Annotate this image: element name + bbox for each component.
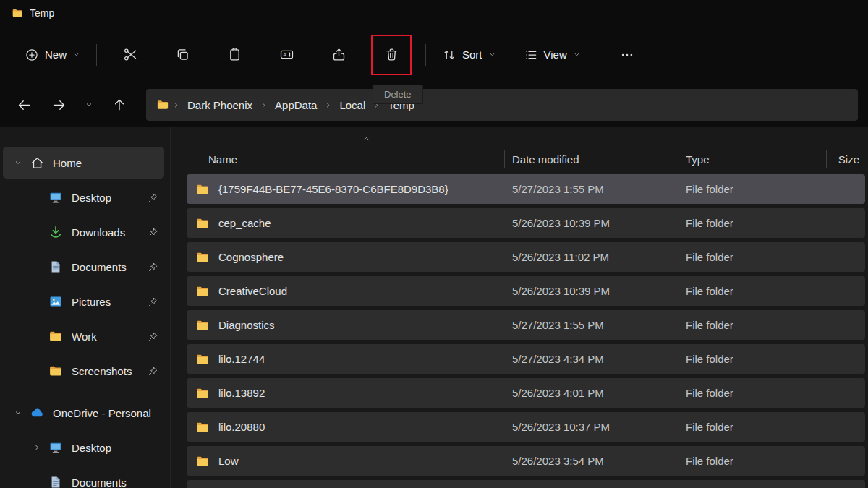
file-date-modified: 5/26/2023 3:54 PM bbox=[512, 455, 686, 467]
chevron-down-icon[interactable] bbox=[10, 158, 26, 167]
forward-button[interactable] bbox=[43, 90, 74, 120]
sidebar-item-onedrive-documents[interactable]: Documents bbox=[3, 466, 164, 488]
toolbar-separator bbox=[96, 44, 97, 66]
folder-icon bbox=[195, 454, 210, 468]
copy-button[interactable] bbox=[163, 35, 202, 74]
folder-icon bbox=[45, 329, 67, 343]
paste-button[interactable] bbox=[215, 35, 254, 74]
file-name: {1759F44B-BE77-45E6-8370-C6BFE8D9D3B8} bbox=[218, 183, 448, 195]
file-name: lilo.20880 bbox=[218, 421, 265, 433]
pin-icon bbox=[148, 262, 158, 273]
address-bar[interactable]: Dark PhoenixAppDataLocalTemp bbox=[146, 89, 858, 121]
file-list: Name Date modified Type Size {1759F44B-B… bbox=[171, 127, 868, 488]
column-header-date-modified[interactable]: Date modified bbox=[512, 153, 686, 166]
file-date-modified: 5/26/2023 4:01 PM bbox=[512, 387, 686, 399]
recent-locations-button[interactable] bbox=[78, 90, 100, 120]
share-icon bbox=[331, 47, 346, 62]
pin-icon bbox=[148, 227, 158, 238]
copy-icon bbox=[175, 47, 190, 62]
folder-icon bbox=[195, 318, 210, 333]
column-header-size[interactable]: Size bbox=[834, 153, 868, 166]
sidebar-item-onedrive-personal[interactable]: OneDrive - Personal bbox=[3, 397, 164, 429]
rename-button[interactable]: A bbox=[267, 35, 306, 74]
sidebar-item-screenshots[interactable]: Screenshots bbox=[3, 355, 164, 387]
file-date-modified: 5/26/2023 11:02 PM bbox=[512, 251, 686, 263]
delete-button[interactable] bbox=[373, 36, 410, 74]
file-date-modified: 5/26/2023 10:39 PM bbox=[512, 217, 686, 229]
delete-button-highlight bbox=[371, 35, 412, 75]
file-list-rows: {1759F44B-BE77-45E6-8370-C6BFE8D9D3B8}5/… bbox=[187, 174, 868, 488]
file-row-partial[interactable] bbox=[187, 480, 865, 488]
file-name: lilo.13892 bbox=[218, 387, 265, 399]
sidebar-item-documents[interactable]: Documents bbox=[3, 251, 164, 283]
home-icon bbox=[26, 155, 48, 171]
file-type: File folder bbox=[686, 251, 834, 263]
sidebar-item-label: Screenshots bbox=[72, 365, 148, 377]
sidebar-list: HomeDesktopDownloadsDocumentsPicturesWor… bbox=[0, 147, 170, 488]
file-type: File folder bbox=[686, 319, 834, 331]
file-row[interactable]: lilo.208805/26/2023 10:37 PMFile folder bbox=[187, 412, 865, 442]
chevron-down-icon bbox=[573, 51, 581, 59]
sidebar-item-downloads[interactable]: Downloads bbox=[3, 216, 164, 248]
sidebar: HomeDesktopDownloadsDocumentsPicturesWor… bbox=[0, 127, 171, 488]
file-name-cell: lilo.12744 bbox=[187, 352, 512, 367]
file-name-cell: lilo.13892 bbox=[187, 386, 512, 401]
file-row[interactable]: lilo.138925/26/2023 4:01 PMFile folder bbox=[187, 378, 865, 408]
trash-icon bbox=[384, 47, 399, 62]
more-options-button[interactable] bbox=[611, 35, 643, 74]
file-type: File folder bbox=[686, 217, 834, 229]
sidebar-item-label: Documents bbox=[72, 261, 148, 273]
sidebar-item-label: OneDrive - Personal bbox=[53, 407, 164, 419]
sidebar-item-pictures[interactable]: Pictures bbox=[3, 286, 164, 317]
new-button-label: New bbox=[45, 48, 67, 61]
breadcrumb-item[interactable]: Local bbox=[335, 95, 370, 116]
sidebar-item-label: Desktop bbox=[72, 192, 148, 204]
back-button[interactable] bbox=[9, 90, 39, 120]
arrow-left-icon bbox=[17, 98, 32, 113]
sidebar-item-label: Work bbox=[72, 330, 148, 343]
file-type: File folder bbox=[686, 421, 834, 433]
sort-button[interactable]: Sort bbox=[433, 40, 505, 70]
file-date-modified: 5/26/2023 10:37 PM bbox=[512, 421, 686, 433]
breadcrumb-separator-icon bbox=[324, 101, 332, 109]
breadcrumb-separator-icon bbox=[260, 101, 268, 109]
file-row[interactable]: {1759F44B-BE77-45E6-8370-C6BFE8D9D3B8}5/… bbox=[187, 174, 865, 204]
monitor-icon bbox=[45, 440, 67, 455]
file-name: Low bbox=[218, 455, 239, 467]
rename-icon: A bbox=[279, 47, 294, 62]
file-row[interactable]: cep_cache5/26/2023 10:39 PMFile folder bbox=[187, 208, 865, 238]
up-button[interactable] bbox=[104, 90, 135, 120]
column-header-name[interactable]: Name bbox=[187, 153, 512, 166]
file-row[interactable]: lilo.127445/27/2023 4:34 PMFile folder bbox=[187, 344, 865, 374]
file-row[interactable]: Low5/26/2023 3:54 PMFile folder bbox=[187, 446, 865, 476]
new-button[interactable]: New bbox=[16, 40, 89, 70]
window-title: Temp bbox=[30, 7, 54, 19]
sidebar-item-label: Downloads bbox=[72, 226, 148, 239]
sidebar-item-work[interactable]: Work bbox=[3, 320, 164, 352]
file-row[interactable]: Cognosphere5/26/2023 11:02 PMFile folder bbox=[187, 242, 865, 272]
sort-icon bbox=[442, 48, 456, 62]
view-button[interactable]: View bbox=[515, 40, 590, 70]
share-button[interactable] bbox=[319, 35, 358, 74]
sidebar-item-desktop[interactable]: Desktop bbox=[3, 181, 164, 213]
sidebar-item-home[interactable]: Home bbox=[3, 147, 164, 179]
navigation-bar: Dark PhoenixAppDataLocalTemp bbox=[0, 83, 868, 127]
folder-icon bbox=[195, 250, 210, 265]
column-header-type[interactable]: Type bbox=[686, 153, 834, 166]
file-row[interactable]: Diagnostics5/27/2023 1:55 PMFile folder bbox=[187, 310, 865, 340]
breadcrumb-item[interactable]: Dark Phoenix bbox=[183, 95, 257, 116]
file-row[interactable]: CreativeCloud5/26/2023 10:39 PMFile fold… bbox=[187, 276, 865, 306]
window-folder-icon bbox=[12, 7, 23, 19]
breadcrumb-item[interactable]: AppData bbox=[271, 95, 321, 116]
chevron-down-icon[interactable] bbox=[10, 408, 26, 417]
pictures-icon bbox=[45, 294, 67, 309]
cloud-icon bbox=[26, 405, 48, 421]
chevron-right-icon[interactable] bbox=[29, 443, 45, 452]
title-bar: Temp bbox=[0, 0, 868, 26]
breadcrumb-separator-icon bbox=[172, 101, 180, 109]
cut-button[interactable] bbox=[111, 35, 150, 74]
chevron-down-icon bbox=[72, 51, 80, 59]
sidebar-item-onedrive-desktop[interactable]: Desktop bbox=[3, 432, 164, 463]
file-name-cell: cep_cache bbox=[187, 216, 512, 231]
file-date-modified: 5/27/2023 4:34 PM bbox=[512, 353, 686, 365]
